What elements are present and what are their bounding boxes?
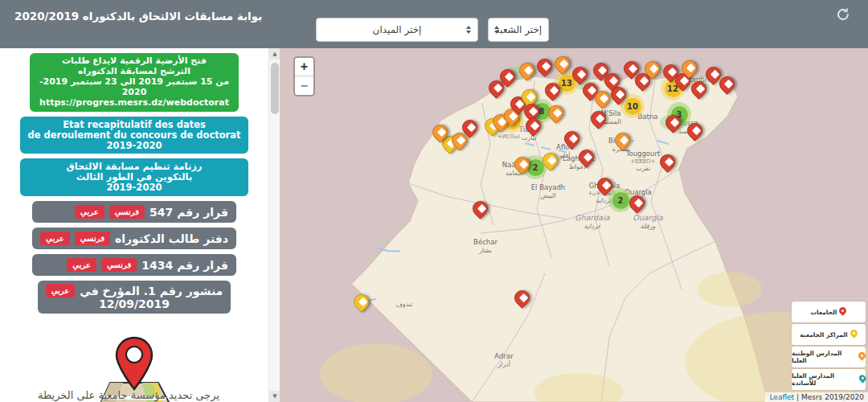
map-attribution: Leaflet | Mesrs 2019/2020 (765, 392, 868, 402)
scroll-up-icon[interactable]: ▲ (269, 48, 280, 59)
graduation-cap-icon (723, 80, 732, 88)
decision-title: قرار رقم 1434 (141, 259, 228, 272)
graduation-cap-icon (710, 70, 719, 79)
graduation-cap-icon (477, 204, 485, 213)
map-legend: الجامعاتالمراكز الجامعيةالمدارس الوطنية … (792, 302, 866, 390)
decision-title: قرار رقم 547 (149, 206, 228, 219)
leaflet-map[interactable]: ConstantineTébessaتبسةBatnaM'Silaالمسيلة… (280, 48, 868, 402)
legend-label: المدارس العليا للأساتذة (792, 372, 857, 387)
legend-item: المراكز الجامعية (792, 324, 866, 345)
graduation-cap-icon (576, 70, 585, 79)
graduation-cap-icon (518, 293, 527, 302)
graduation-cap-icon (599, 94, 608, 103)
graduation-cap-icon (528, 107, 537, 116)
graduation-cap-icon (456, 136, 465, 145)
zoom-out-button[interactable]: − (295, 76, 313, 95)
info-line: 2019-2020 (27, 141, 240, 151)
graduation-cap-icon (628, 64, 637, 73)
graduation-cap-icon (649, 64, 657, 73)
sidebar: فتح الأرضية الرقمية لايداع طلباتالترشح ل… (0, 48, 280, 402)
graduation-cap-icon (518, 160, 527, 169)
graduation-cap-icon (568, 134, 577, 143)
graduation-cap-icon (686, 64, 694, 72)
legend-pin-icon (849, 328, 859, 338)
decision-box: قرار رقم 547فرنسيعربي (32, 201, 236, 223)
legend-pin-icon (838, 306, 849, 316)
french-version-button[interactable]: فرنسي (75, 232, 110, 245)
schedule-info-box[interactable]: رزنامة تنظيم مسابقة الالتحاقبالتكوين في … (20, 158, 248, 196)
graduation-cap-icon (695, 84, 704, 93)
scroll-down-icon[interactable]: ▼ (269, 391, 280, 402)
algeria-map-shape (280, 48, 868, 402)
graduation-cap-icon (559, 59, 567, 68)
arabic-version-button[interactable]: عربي (67, 258, 96, 272)
legend-item: المدارس العليا للأساتذة (792, 369, 866, 390)
graduation-cap-icon (504, 72, 513, 81)
graduation-cap-icon (664, 158, 673, 166)
announcement-line: الترشح لمسابقة الدكتوراه (37, 67, 231, 77)
branch-select-value: إختر الشعبة (495, 24, 542, 35)
graduation-cap-icon (552, 109, 561, 117)
circular-title: منشور رقم 1. المؤرخ في (80, 285, 223, 297)
graduation-cap-icon (587, 86, 596, 95)
graduation-cap-icon (466, 123, 475, 132)
scrollbar-thumb[interactable] (271, 63, 279, 114)
decision-title: دفتر طالب الدكتوراه (115, 232, 228, 245)
domain-select[interactable]: إختر الميدان (316, 18, 478, 42)
graduation-cap-icon (639, 76, 648, 85)
page-title: بوابة مسابقات الالتحاق بالدكتوراه 2020/2… (14, 10, 262, 23)
branch-select[interactable]: إختر الشعبة (488, 18, 549, 42)
graduation-cap-icon (493, 84, 502, 92)
circular-no1-box[interactable]: منشور رقم 1. المؤرخ في عربي 12/09/2019 (38, 281, 231, 314)
french-version-button[interactable]: فرنسي (101, 258, 137, 272)
graduation-cap-icon (549, 86, 558, 95)
graduation-cap-icon (679, 76, 688, 85)
select-arrows-icon (466, 26, 471, 34)
graduation-cap-icon (633, 199, 642, 207)
announcement-line: من 15 سبتمبر 2019 الى 23 سبتمبر 2019- 20… (37, 77, 231, 98)
top-navbar: بوابة مسابقات الالتحاق بالدكتوراه 2020/2… (0, 0, 868, 48)
refresh-icon[interactable] (836, 7, 850, 22)
graduation-cap-icon (547, 156, 555, 165)
graduation-cap-icon (669, 118, 678, 127)
legend-item: الجامعات (792, 302, 866, 322)
graduation-cap-icon (619, 136, 628, 145)
graduation-cap-icon (615, 90, 624, 99)
graduation-cap-icon (597, 66, 606, 75)
decision-box: دفتر طالب الدكتوراهفرنسيعربي (32, 228, 236, 249)
legend-label: المدارس الوطنية العليا (792, 350, 856, 364)
graduation-cap-icon (358, 297, 366, 306)
graduation-cap-icon (530, 121, 538, 130)
graduation-cap-icon (526, 92, 534, 101)
graduation-cap-icon (583, 153, 592, 162)
info-line: de deroulement du concours de doctorat (27, 130, 240, 141)
legend-label: المراكز الجامعية (800, 331, 847, 338)
legend-item: المدارس الوطنية العليا (792, 347, 866, 367)
graduation-cap-icon (691, 126, 700, 135)
graduation-cap-icon (436, 128, 445, 137)
graduation-cap-icon (595, 114, 604, 123)
domain-select-value: إختر الميدان (373, 24, 422, 35)
arabic-version-button[interactable]: عربي (75, 205, 104, 219)
graduation-cap-icon (523, 66, 532, 75)
select-institution-hint: يرجى تحديد مؤسسة جامعية على الخريطة (0, 389, 257, 401)
arabic-version-button[interactable]: عربي (46, 284, 76, 297)
leaflet-link[interactable]: Leaflet (769, 393, 794, 401)
graduation-cap-icon (608, 76, 617, 85)
info-line: Etat recapitulatif des dates (27, 120, 240, 130)
schedule-info-box[interactable]: Etat recapitulatif des datesde derouleme… (20, 117, 248, 154)
french-version-button[interactable]: فرنسي (109, 205, 145, 219)
digital-platform-announcement[interactable]: فتح الأرضية الرقمية لايداع طلباتالترشح ل… (30, 53, 239, 112)
circular-date: 12/09/2019 (46, 297, 223, 310)
zoom-in-button[interactable]: + (295, 58, 313, 76)
map-zoom-control: + − (293, 56, 315, 96)
select-arrows-icon (494, 26, 499, 34)
legend-label: الجامعات (811, 309, 837, 316)
arabic-version-button[interactable]: عربي (40, 232, 70, 245)
graduation-cap-icon (601, 181, 610, 190)
graduation-cap-icon (667, 68, 676, 76)
sidebar-scrollbar[interactable]: ▲ ▼ (268, 48, 280, 402)
announcement-line: https://progres.mesrs.dz/webdoctorat (37, 98, 231, 109)
graduation-cap-icon (541, 62, 550, 71)
decision-box: قرار رقم 1434فرنسيعربي (32, 254, 236, 276)
